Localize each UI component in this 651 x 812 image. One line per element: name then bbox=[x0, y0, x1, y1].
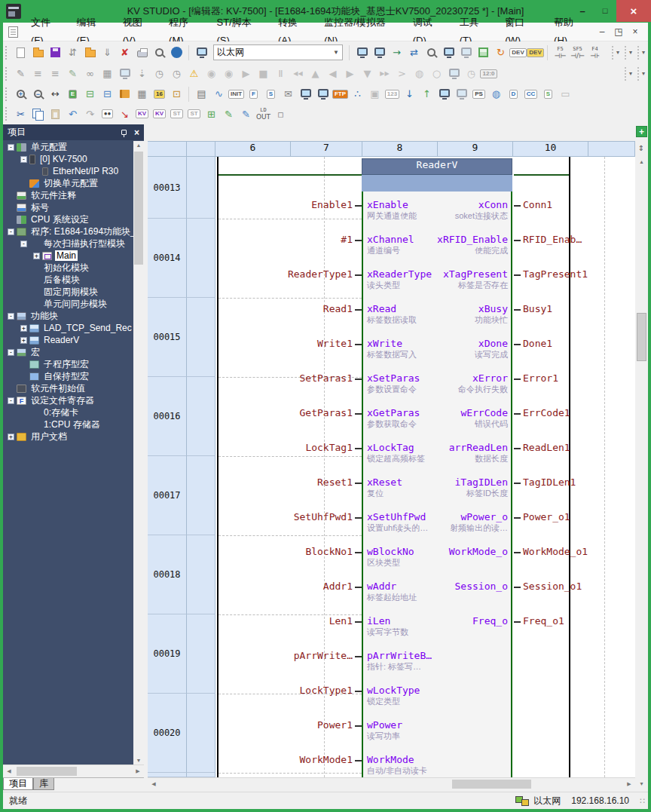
mail-button[interactable]: ✉ bbox=[280, 86, 297, 103]
device-init-button[interactable]: INIT bbox=[228, 86, 245, 103]
d-link-button[interactable]: D bbox=[505, 86, 522, 103]
output-operand[interactable]: RFID_Enab… bbox=[523, 234, 582, 245]
ladder-canvas[interactable]: 0001300014000150001600017000180001900020… bbox=[148, 157, 635, 777]
paste-button[interactable] bbox=[47, 106, 64, 122]
numeric-123-button[interactable]: 123 bbox=[384, 86, 401, 103]
tree-item[interactable]: -程序: E1684-1694功能块_ bbox=[3, 225, 133, 237]
expand-icon[interactable]: + bbox=[20, 325, 27, 332]
expand-icon[interactable]: + bbox=[20, 337, 27, 344]
scroll-left-icon[interactable]: ◀ bbox=[148, 778, 160, 790]
tree-item[interactable]: EtherNet/IP R30 bbox=[3, 165, 133, 177]
help-button[interactable] bbox=[168, 44, 185, 61]
simulator-button[interactable] bbox=[440, 44, 457, 61]
split-handle-icon[interactable]: ⇕ bbox=[637, 143, 646, 154]
jump-button[interactable]: ↘ bbox=[116, 106, 133, 122]
toolbar-overflow-button[interactable]: ▾ bbox=[637, 67, 648, 81]
monitor-editor-button[interactable] bbox=[353, 44, 371, 61]
input-operand[interactable]: Reset1 bbox=[220, 477, 353, 488]
scroll-corner-button[interactable]: ▾ bbox=[635, 777, 648, 790]
pc-transfer-button[interactable] bbox=[116, 66, 133, 82]
plc-write-button[interactable]: ↑ bbox=[418, 86, 436, 103]
input-operand[interactable]: LockTag1 bbox=[220, 443, 353, 453]
watch-doc-button[interactable]: ◷ bbox=[168, 66, 185, 82]
input-operand[interactable]: Addr1 bbox=[220, 581, 353, 592]
transfer-from-plc-button[interactable]: ⇄ bbox=[405, 44, 423, 61]
plc-read-button[interactable]: ↓ bbox=[401, 86, 418, 103]
function-block-header[interactable]: ReaderV bbox=[362, 158, 512, 175]
tree-item[interactable]: -宏 bbox=[3, 346, 133, 358]
watch-window-button[interactable]: ◷ bbox=[151, 66, 168, 82]
network-tree-button[interactable]: ∴ bbox=[349, 86, 366, 103]
force-button[interactable]: F bbox=[245, 86, 262, 103]
input-operand[interactable]: Power1 bbox=[220, 720, 353, 731]
device-monitor-button[interactable]: DEV bbox=[509, 44, 527, 61]
transfer-to-plc-button[interactable]: → bbox=[388, 44, 405, 61]
pc-step-button[interactable] bbox=[445, 66, 463, 82]
mdi-restore-button[interactable]: ◳ bbox=[610, 23, 627, 41]
tree-item[interactable]: 标号 bbox=[3, 201, 133, 213]
tree-item[interactable]: +用户文档 bbox=[3, 431, 133, 443]
scroll-up-icon[interactable]: ▲ bbox=[635, 159, 648, 164]
skip-start-button[interactable]: ◀◀ bbox=[289, 66, 307, 82]
tree-item[interactable]: -单元配置 bbox=[3, 141, 133, 153]
ld-out-button[interactable]: LDOUT bbox=[255, 106, 272, 122]
fit-width-button[interactable]: ↔ bbox=[47, 86, 64, 103]
new-project-button[interactable] bbox=[12, 44, 29, 61]
verify-button[interactable] bbox=[423, 44, 440, 61]
tree-item[interactable]: 子程序型宏 bbox=[3, 358, 133, 370]
readability-glasses-button[interactable]: ∞ bbox=[81, 66, 99, 82]
input-operand[interactable]: SetParas1 bbox=[220, 373, 353, 384]
output-operand[interactable]: Done1 bbox=[523, 339, 552, 349]
frame-forward-button[interactable]: ▶ bbox=[341, 66, 359, 82]
simulator-s-button[interactable]: S bbox=[262, 86, 280, 103]
hand-pause-button[interactable]: ○ bbox=[428, 66, 445, 82]
input-operand[interactable]: #1 bbox=[220, 234, 353, 245]
input-operand[interactable]: pArrWrite… bbox=[220, 651, 353, 661]
pause-button[interactable]: Ⅱ bbox=[272, 66, 289, 82]
record2-button[interactable]: ◉ bbox=[220, 66, 237, 82]
tree-scroll-thumb[interactable] bbox=[134, 152, 143, 265]
undo-button[interactable]: ↶ bbox=[64, 106, 81, 122]
edit-rung-button[interactable]: ✎ bbox=[220, 106, 237, 122]
open-project-button[interactable] bbox=[29, 44, 47, 61]
drag-hand-button[interactable]: ⇣ bbox=[133, 66, 151, 82]
tree-item[interactable]: 0:存储卡 bbox=[3, 406, 133, 418]
edit-rung2-button[interactable]: ✎ bbox=[237, 106, 255, 122]
tree-item[interactable]: -设定文件寄存器 bbox=[3, 394, 133, 406]
tree-item[interactable]: 软元件初始值 bbox=[3, 382, 133, 394]
input-operand[interactable]: Write1 bbox=[220, 339, 353, 349]
frame-back-button[interactable]: ◀ bbox=[324, 66, 341, 82]
scroll-right-icon[interactable]: ▶ bbox=[623, 778, 635, 790]
panel-close-icon[interactable]: × bbox=[134, 128, 139, 137]
tree-item[interactable]: +LAD_TCP_Send_Rec bbox=[3, 322, 133, 334]
toolbar-overflow-button[interactable]: ▾ bbox=[625, 67, 635, 81]
camera-button[interactable]: ▣ bbox=[366, 86, 384, 103]
st-edit-button[interactable]: ST bbox=[168, 106, 185, 122]
tree-item[interactable]: 单元间同步模块 bbox=[3, 298, 133, 310]
tree-item[interactable]: 切换单元配置 bbox=[3, 177, 133, 189]
toolbar-overflow-button[interactable]: ▾ bbox=[637, 46, 648, 60]
f5-contact-button[interactable]: F5⊣⊢ bbox=[552, 44, 569, 61]
f4-coil-button[interactable]: F4⊣⊦ bbox=[586, 44, 604, 61]
pause-circle-button[interactable]: ◍ bbox=[411, 66, 428, 82]
collapse-icon[interactable]: - bbox=[8, 144, 14, 151]
print-preview-button[interactable] bbox=[151, 44, 168, 61]
print-button[interactable] bbox=[133, 44, 151, 61]
device-ladder-button[interactable]: ⊡ bbox=[168, 86, 185, 103]
tree-item[interactable]: 自保持型宏 bbox=[3, 370, 133, 382]
maximize-button[interactable]: □ bbox=[594, 0, 616, 22]
copy-button[interactable] bbox=[29, 106, 47, 122]
scroll-left-icon[interactable]: ◀ bbox=[3, 765, 15, 777]
insert-rung-button[interactable]: ⊞ bbox=[203, 106, 220, 122]
time-chart-button[interactable]: 12:0 bbox=[480, 66, 497, 82]
tree-item[interactable]: 固定周期模块 bbox=[3, 286, 133, 298]
step-run-button[interactable]: > bbox=[393, 66, 411, 82]
save-unit-program-button[interactable]: ⇓ bbox=[99, 44, 116, 61]
monitor-warning-button[interactable]: ⚠ bbox=[185, 66, 203, 82]
reference-book-button[interactable] bbox=[116, 86, 133, 103]
editor-vscroll-thumb[interactable] bbox=[637, 313, 646, 361]
unit-monitor-button[interactable] bbox=[436, 86, 453, 103]
tree-item[interactable]: -[0] KV-7500 bbox=[3, 153, 133, 165]
draw-wire-button[interactable]: ✎ bbox=[12, 66, 29, 82]
tree-item[interactable]: +Main bbox=[3, 250, 133, 262]
